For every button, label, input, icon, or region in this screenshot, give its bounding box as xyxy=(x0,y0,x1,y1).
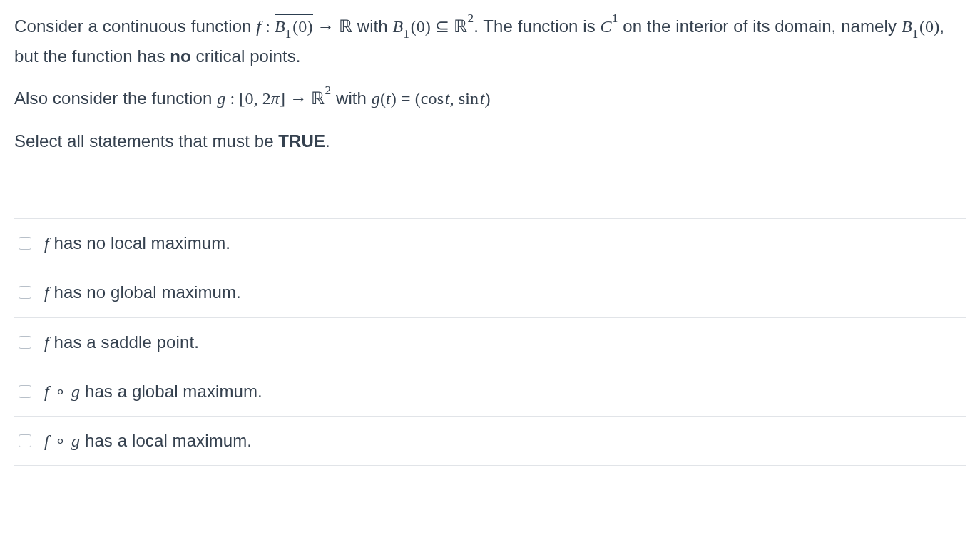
stem-paragraph-1: Consider a continuous function f : B1 (0… xyxy=(14,13,966,69)
option-d-label: f ∘ g has a global maximum. xyxy=(44,378,262,405)
option-a-label: f has no local maximum. xyxy=(44,230,230,257)
math-expr: g xyxy=(71,382,80,401)
option-b-checkbox[interactable] xyxy=(19,286,31,299)
option-d[interactable]: f ∘ g has a global maximum. xyxy=(14,367,966,417)
text: has a saddle point. xyxy=(49,332,199,352)
question-stem: Consider a continuous function f : B1 (0… xyxy=(14,13,966,154)
options-list: f has no local maximum. f has no global … xyxy=(14,218,966,466)
text: has no global maximum. xyxy=(49,282,241,302)
compose-symbol: ∘ xyxy=(49,432,71,450)
text: Consider a continuous function xyxy=(14,16,256,36)
text: Select all statements that must be xyxy=(14,131,278,151)
math-expr: B1 (0) ⊆ ℝ2 xyxy=(393,17,474,36)
option-c[interactable]: f has a saddle point. xyxy=(14,318,966,367)
option-a-checkbox[interactable] xyxy=(19,237,31,250)
stem-paragraph-2: Also consider the function g : [0, 2π] →… xyxy=(14,85,966,112)
text: has no local maximum. xyxy=(49,233,230,253)
math-expr: g : [0, 2π] → ℝ2 xyxy=(217,89,331,108)
text: has a local maximum. xyxy=(80,431,252,450)
option-d-checkbox[interactable] xyxy=(19,385,31,398)
question-container: Consider a continuous function f : B1 (0… xyxy=(0,0,980,466)
math-expr: f xyxy=(44,234,49,253)
text: with xyxy=(352,16,393,36)
option-c-label: f has a saddle point. xyxy=(44,329,199,356)
text: . The function is xyxy=(474,16,600,36)
text: Also consider the function xyxy=(14,88,217,108)
math-expr: g(t) = (cos t, sin t) xyxy=(372,89,491,108)
text: . xyxy=(325,131,330,151)
bold-text: TRUE xyxy=(278,131,325,151)
stem-paragraph-3: Select all statements that must be TRUE. xyxy=(14,128,966,154)
math-expr: C1 xyxy=(601,17,618,36)
option-a[interactable]: f has no local maximum. xyxy=(14,219,966,268)
text: has a global maximum. xyxy=(80,382,262,401)
option-e-label: f ∘ g has a local maximum. xyxy=(44,427,252,454)
option-e[interactable]: f ∘ g has a local maximum. xyxy=(14,417,966,466)
math-expr: f xyxy=(44,283,49,302)
math-expr: g xyxy=(71,432,80,450)
text: on the interior of its domain, namely xyxy=(618,16,901,36)
math-expr: f xyxy=(44,432,49,450)
compose-symbol: ∘ xyxy=(49,382,71,401)
bold-text: no xyxy=(170,46,191,66)
math-expr: B1 (0) xyxy=(902,17,939,36)
option-b-label: f has no global maximum. xyxy=(44,279,241,306)
math-expr: f xyxy=(44,333,49,352)
option-c-checkbox[interactable] xyxy=(19,336,31,349)
text: with xyxy=(331,88,372,108)
math-expr: f xyxy=(44,382,49,401)
text: critical points. xyxy=(191,46,301,66)
option-b[interactable]: f has no global maximum. xyxy=(14,268,966,317)
math-expr: f : B1 (0) → ℝ xyxy=(256,17,352,36)
option-e-checkbox[interactable] xyxy=(19,434,31,447)
